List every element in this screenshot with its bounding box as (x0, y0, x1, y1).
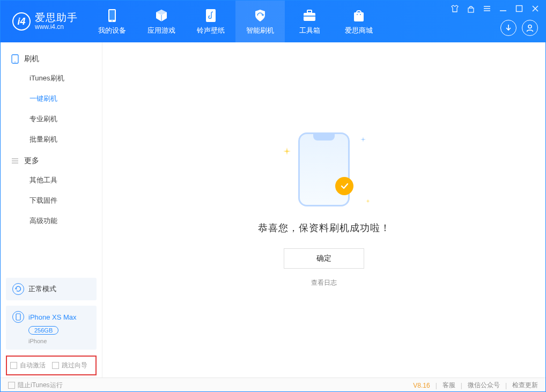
user-account-button[interactable] (522, 20, 538, 36)
device-capacity: 256GB (28, 326, 58, 335)
success-illustration (298, 132, 350, 206)
version-label: V8.16 (413, 382, 430, 389)
refresh-icon (12, 283, 24, 295)
sidebar-item-download-firmware[interactable]: 下载固件 (1, 190, 102, 211)
tab-my-device[interactable]: 我的设备 (87, 1, 137, 42)
tab-ringtones-wallpapers[interactable]: 铃声壁纸 (186, 1, 235, 42)
device-info-box[interactable]: iPhone XS Max 256GB iPhone (6, 306, 97, 350)
status-link-wechat[interactable]: 微信公众号 (468, 381, 500, 390)
success-message: 恭喜您，保资料刷机成功啦！ (258, 221, 390, 234)
status-bar: 阻止iTunes运行 V8.16 | 客服 | 微信公众号 | 检查更新 (1, 378, 545, 392)
main-tabs: 我的设备 应用游戏 铃声壁纸 智能刷机 工具箱 爱思商城 (87, 1, 383, 42)
tab-toolbox[interactable]: 工具箱 (285, 1, 334, 42)
download-button[interactable] (500, 20, 517, 36)
sidebar-section-flash: 刷机 (1, 48, 102, 68)
tab-label: 智能刷机 (246, 26, 274, 35)
app-url: www.i4.cn (35, 24, 78, 31)
checkbox-label: 阻止iTunes运行 (18, 381, 63, 390)
tab-label: 铃声壁纸 (197, 26, 225, 35)
tab-apps-games[interactable]: 应用游戏 (137, 1, 186, 42)
checkbox-auto-activate[interactable]: 自动激活 (10, 361, 46, 370)
checkbox-label: 自动激活 (20, 361, 46, 370)
tab-label: 爱思商城 (345, 26, 373, 35)
list-icon (11, 157, 20, 165)
checkbox-block-itunes[interactable]: 阻止iTunes运行 (8, 381, 63, 390)
tab-label: 我的设备 (98, 26, 126, 35)
phone-small-icon (12, 311, 24, 323)
app-logo: i4 爱思助手 www.i4.cn (1, 1, 87, 42)
device-icon (11, 54, 20, 64)
device-line: iPhone (28, 338, 90, 344)
sidebar-item-oneclick-flash[interactable]: 一键刷机 (1, 88, 102, 109)
status-link-support[interactable]: 客服 (442, 381, 455, 390)
svg-point-2 (112, 20, 113, 21)
close-button[interactable] (530, 4, 540, 13)
sidebar-item-batch-flash[interactable]: 批量刷机 (1, 129, 102, 150)
title-bar: i4 爱思助手 www.i4.cn 我的设备 应用游戏 铃声壁纸 智能刷机 工具… (1, 1, 545, 42)
svg-rect-15 (16, 314, 20, 320)
svg-rect-1 (109, 10, 115, 20)
svg-point-14 (14, 62, 16, 63)
section-title: 刷机 (24, 54, 39, 64)
sidebar-item-pro-flash[interactable]: 专业刷机 (1, 109, 102, 129)
logo-icon: i4 (12, 12, 31, 31)
sidebar-item-other-tools[interactable]: 其他工具 (1, 170, 102, 190)
sidebar: 刷机 iTunes刷机 一键刷机 专业刷机 批量刷机 更多 其他工具 下载固件 … (1, 42, 102, 378)
svg-rect-6 (304, 16, 315, 17)
sidebar-item-advanced[interactable]: 高级功能 (1, 211, 102, 231)
minimize-button[interactable] (498, 4, 508, 13)
sidebar-item-itunes-flash[interactable]: iTunes刷机 (1, 68, 102, 88)
svg-point-12 (528, 25, 532, 28)
device-mode-box[interactable]: 正常模式 (6, 278, 97, 300)
svg-rect-11 (517, 6, 522, 12)
tab-store[interactable]: 爱思商城 (334, 1, 383, 42)
view-log-link[interactable]: 查看日志 (311, 278, 337, 287)
toolbox-icon (302, 8, 316, 24)
checkbox-label: 跳过向导 (62, 361, 87, 370)
cube-icon (154, 8, 168, 24)
music-file-icon (205, 8, 217, 24)
window-controls (450, 4, 540, 13)
app-name: 爱思助手 (35, 12, 78, 24)
svg-rect-7 (354, 12, 364, 21)
bag-icon (352, 8, 365, 24)
svg-point-9 (360, 14, 361, 15)
svg-rect-3 (206, 9, 216, 22)
svg-rect-10 (468, 8, 474, 12)
flash-options-highlighted: 自动激活 跳过向导 (6, 356, 97, 375)
tab-smart-flash[interactable]: 智能刷机 (235, 1, 285, 42)
check-badge-icon (335, 177, 353, 195)
ok-button[interactable]: 确定 (284, 248, 364, 269)
tab-label: 应用游戏 (147, 26, 175, 35)
header-action-icons (500, 20, 538, 36)
checkbox-skip-setup[interactable]: 跳过向导 (52, 361, 87, 370)
maximize-button[interactable] (514, 4, 524, 13)
section-title: 更多 (24, 156, 39, 166)
shield-sync-icon (253, 8, 267, 24)
sidebar-section-more: 更多 (1, 150, 102, 170)
tab-label: 工具箱 (299, 26, 320, 35)
mode-label: 正常模式 (28, 284, 56, 294)
status-link-check-update[interactable]: 检查更新 (512, 381, 538, 390)
main-content: 恭喜您，保资料刷机成功啦！ 确定 查看日志 (102, 42, 545, 378)
phone-icon (107, 8, 117, 24)
lock-icon[interactable] (466, 4, 476, 13)
svg-rect-5 (307, 10, 312, 13)
svg-rect-4 (304, 13, 315, 21)
phone-icon (298, 132, 350, 206)
shirt-icon[interactable] (450, 4, 460, 13)
menu-icon[interactable] (482, 4, 492, 13)
svg-point-8 (357, 14, 358, 15)
device-name: iPhone XS Max (28, 313, 77, 321)
